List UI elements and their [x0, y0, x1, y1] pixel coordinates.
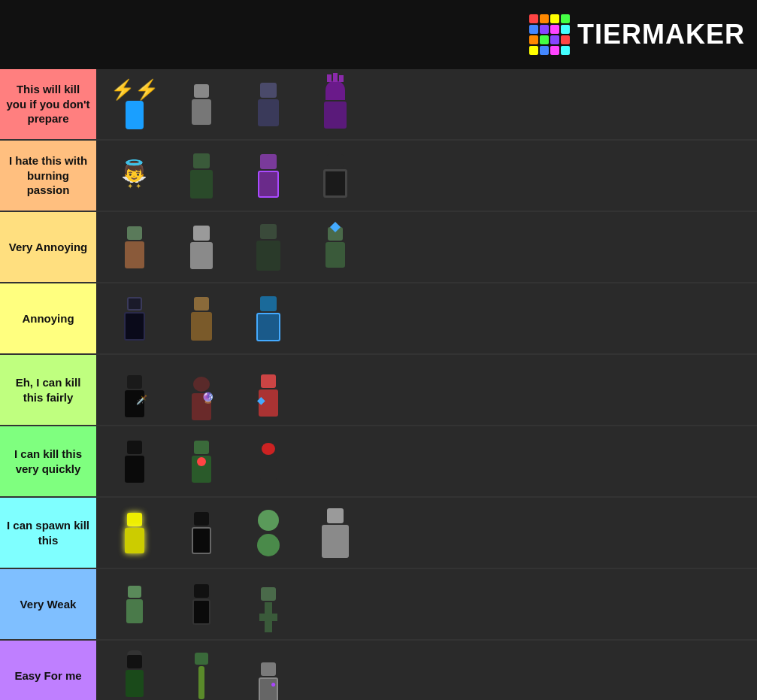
list-item: [169, 429, 233, 493]
list-item: [169, 72, 233, 136]
list-item: [236, 286, 300, 350]
list-item: [169, 144, 233, 208]
tier-content-a: 👼 ✦ ✦: [96, 141, 757, 211]
list-item: [236, 144, 300, 208]
list-item: ●: [236, 644, 300, 700]
list-item: [169, 286, 233, 350]
list-item: [102, 501, 166, 565]
tier-row-d: Eh, I can kill this fairly 🗡️ 🔮: [0, 355, 757, 426]
list-item: [236, 572, 300, 636]
list-item: [169, 215, 233, 279]
tier-row-f: I can spawn kill this: [0, 498, 757, 569]
list-item: [236, 501, 300, 565]
tier-row-e: I can kill this very quickly: [0, 426, 757, 498]
tier-label-a: I hate this with burning passion: [0, 141, 96, 211]
list-item: [303, 215, 367, 279]
tier-row-s: This will kill you if you don't prepare …: [0, 69, 757, 141]
tier-content-s: ⚡⚡: [96, 69, 757, 139]
list-item: [169, 572, 233, 636]
list-item: [236, 72, 300, 136]
tier-content-g: [96, 569, 757, 639]
list-item: ◆: [236, 358, 300, 422]
tier-row-g: Very Weak: [0, 569, 757, 641]
list-item: [303, 501, 367, 565]
list-item: [236, 429, 300, 493]
tier-row-a: I hate this with burning passion 👼 ✦ ✦: [0, 141, 757, 212]
list-item: [303, 144, 367, 208]
lightning-icon: ⚡⚡: [111, 80, 159, 99]
tier-label-g: Very Weak: [0, 569, 96, 639]
angel-icon: 👼: [121, 161, 147, 182]
header: TierMaker: [0, 0, 757, 69]
list-item: 🔮: [169, 358, 233, 422]
tier-content-d: 🗡️ 🔮 ◆: [96, 355, 757, 425]
list-item: [236, 215, 300, 279]
list-item: [102, 644, 166, 700]
tier-content-b: [96, 212, 757, 282]
logo-grid: [529, 14, 570, 55]
tier-label-s: This will kill you if you don't prepare: [0, 69, 96, 139]
tier-label-e: I can kill this very quickly: [0, 426, 96, 496]
list-item: 🗡️: [102, 358, 166, 422]
tier-label-c: Annoying: [0, 283, 96, 353]
list-item: [303, 72, 367, 136]
tier-label-d: Eh, I can kill this fairly: [0, 355, 96, 425]
list-item: ⚡⚡: [102, 72, 166, 136]
tier-label-f: I can spawn kill this: [0, 498, 96, 568]
tiermaker-logo: TierMaker: [529, 14, 745, 55]
list-item: [102, 572, 166, 636]
tier-content-h: ●: [96, 641, 757, 700]
tier-list: TierMaker This will kill you if you don'…: [0, 0, 757, 700]
list-item: [102, 429, 166, 493]
logo-text: TierMaker: [577, 19, 745, 50]
list-item: [169, 501, 233, 565]
tier-row-b: Very Annoying: [0, 212, 757, 283]
list-item: [102, 215, 166, 279]
tier-content-e: [96, 426, 757, 496]
list-item: [102, 286, 166, 350]
tier-content-c: [96, 283, 757, 353]
list-item: 👼 ✦ ✦: [102, 144, 166, 208]
tier-row-c: Annoying: [0, 283, 757, 355]
tier-row-h: Easy For me: [0, 641, 757, 700]
tier-content-f: [96, 498, 757, 568]
list-item: [169, 644, 233, 700]
tier-label-h: Easy For me: [0, 641, 96, 700]
tier-label-b: Very Annoying: [0, 212, 96, 282]
